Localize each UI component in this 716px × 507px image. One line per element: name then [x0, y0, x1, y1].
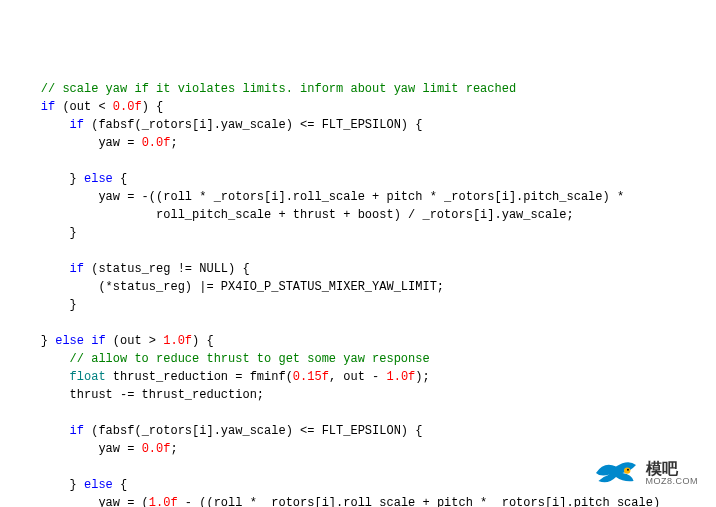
- logo-text-cn: 模吧: [646, 461, 699, 477]
- bird-icon: [592, 457, 640, 489]
- code-view: // scale yaw if it violates limits. info…: [12, 80, 704, 507]
- logo-text-url: MOZ8.COM: [646, 477, 699, 486]
- svg-point-1: [627, 469, 629, 471]
- svg-point-0: [624, 467, 630, 473]
- watermark-logo: 模吧 MOZ8.COM: [592, 457, 699, 489]
